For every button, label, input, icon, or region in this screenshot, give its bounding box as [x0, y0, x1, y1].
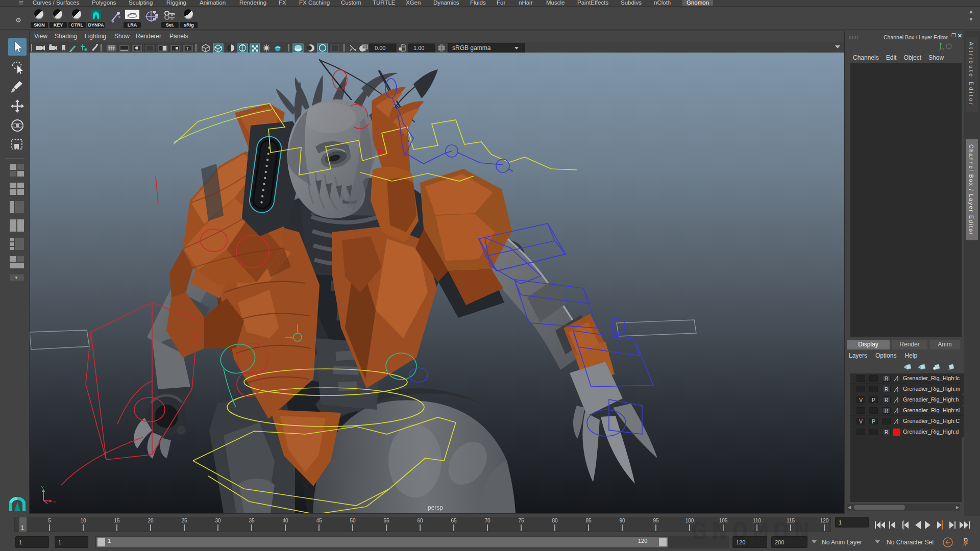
svg-text:10: 10 [80, 518, 86, 523]
svg-text:85: 85 [585, 518, 592, 523]
svg-text:persp: persp [428, 504, 443, 511]
svg-text:60: 60 [417, 518, 423, 523]
svg-text:35: 35 [249, 518, 255, 523]
svg-text:65: 65 [451, 518, 457, 523]
svg-text:30: 30 [215, 518, 221, 523]
svg-text:50: 50 [350, 518, 356, 523]
svg-text:45: 45 [316, 518, 322, 523]
svg-text:95: 95 [653, 518, 659, 523]
svg-text:x: x [54, 499, 56, 504]
svg-text:sRGB gamma: sRGB gamma [452, 44, 491, 52]
svg-text:25: 25 [181, 518, 187, 523]
svg-text:70: 70 [484, 518, 491, 523]
svg-text:0.00: 0.00 [375, 45, 385, 51]
svg-text:y: y [41, 485, 43, 489]
svg-text:40: 40 [282, 518, 288, 523]
svg-text:90: 90 [619, 518, 625, 523]
svg-text:75: 75 [518, 518, 524, 523]
svg-text:1.00: 1.00 [413, 45, 424, 51]
svg-text:20: 20 [148, 518, 154, 523]
svg-text:55: 55 [383, 518, 389, 523]
svg-text:1: 1 [21, 525, 24, 531]
svg-text:T: T [186, 46, 189, 51]
svg-text:80: 80 [552, 518, 558, 523]
svg-text:5: 5 [48, 518, 51, 523]
svg-text:15: 15 [114, 518, 120, 523]
